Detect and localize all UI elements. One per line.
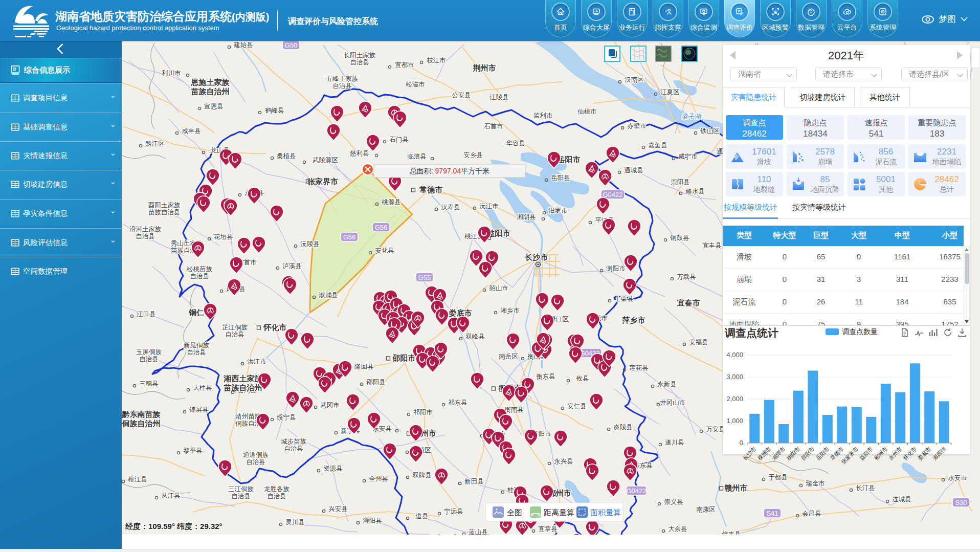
- svg-text:资源县: 资源县: [323, 465, 343, 472]
- svg-text:泸溪县: 泸溪县: [282, 262, 302, 270]
- svg-text:岳阳市: 岳阳市: [815, 446, 831, 461]
- svg-text:溆浦县: 溆浦县: [318, 292, 338, 299]
- svg-text:安化县: 安化县: [375, 247, 394, 254]
- svg-text:自治县: 自治县: [284, 445, 303, 452]
- svg-text:怀化市: 怀化市: [263, 323, 287, 332]
- svg-text:武陵源区: 武陵源区: [312, 157, 339, 164]
- svg-text:新田县: 新田县: [464, 478, 484, 485]
- svg-text:长沙市: 长沙市: [525, 253, 548, 261]
- svg-text:G55: G55: [418, 274, 431, 281]
- svg-text:G56: G56: [343, 233, 356, 241]
- svg-text:江口县: 江口县: [137, 311, 156, 318]
- svg-text:湘阴县: 湘阴县: [517, 213, 536, 220]
- svg-text:自治县: 自治县: [267, 493, 286, 500]
- svg-text:大余县: 大余县: [668, 525, 687, 533]
- svg-text:龙胜各族: 龙胜各族: [264, 485, 290, 493]
- svg-text:黔江区: 黔江区: [145, 140, 165, 147]
- svg-text:邵阳市: 邵阳市: [392, 354, 416, 362]
- svg-text:黔东南苗族: 黔东南苗族: [122, 410, 161, 418]
- svg-text:咸宁市: 咸宁市: [678, 153, 698, 160]
- svg-text:自治县: 自治县: [136, 233, 155, 240]
- svg-text:沅江市: 沅江市: [479, 203, 499, 210]
- svg-text:安福县: 安福县: [689, 339, 708, 346]
- svg-text:永新县: 永新县: [657, 381, 677, 388]
- svg-text:三江侗族: 三江侗族: [228, 485, 254, 493]
- svg-text:汨罗市: 汨罗市: [548, 207, 568, 214]
- svg-text:嘉鱼县: 嘉鱼县: [648, 142, 667, 149]
- svg-text:锦屏县: 锦屏县: [189, 406, 209, 413]
- svg-text:崇义县: 崇义县: [664, 498, 683, 505]
- svg-text:湘西州: 湘西州: [931, 446, 947, 461]
- svg-text:会昌县: 会昌县: [802, 510, 821, 517]
- svg-text:井冈山市: 井冈山市: [660, 399, 685, 406]
- svg-text:修水县: 修水县: [685, 188, 705, 195]
- svg-text:距离量算: 距离量算: [544, 508, 574, 517]
- svg-text:怀化市: 怀化市: [902, 446, 918, 462]
- svg-text:面积量算: 面积量算: [590, 508, 621, 517]
- svg-text:蓝山县: 蓝山县: [469, 528, 488, 535]
- svg-text:城步苗族: 城步苗族: [281, 438, 307, 445]
- svg-text:通道侗族: 通道侗族: [243, 451, 269, 458]
- svg-text:P: P: [665, 9, 668, 13]
- svg-text:长汀县: 长汀县: [856, 484, 875, 492]
- svg-text:侗族自治州: 侗族自治州: [122, 419, 161, 428]
- svg-text:沿河土家族: 沿河土家族: [129, 226, 162, 233]
- svg-text:苗族自治州: 苗族自治州: [224, 383, 262, 392]
- svg-text:G0422: G0422: [626, 487, 646, 495]
- svg-text:宜都市: 宜都市: [395, 61, 414, 69]
- svg-text:南岳区: 南岳区: [499, 353, 518, 360]
- svg-text:宜丰县: 宜丰县: [702, 242, 722, 249]
- svg-text:苗族自治县: 苗族自治县: [148, 209, 181, 216]
- svg-text:于都县: 于都县: [768, 474, 788, 481]
- svg-text:衡南县: 衡南县: [504, 406, 524, 413]
- svg-text:祁东县: 祁东县: [448, 399, 467, 406]
- svg-text:全州县: 全州县: [369, 475, 388, 482]
- svg-text:松桃苗族: 松桃苗族: [187, 266, 213, 273]
- svg-text:G56: G56: [375, 224, 388, 231]
- svg-text:G0422: G0422: [603, 191, 622, 198]
- svg-text:经度：109.59° 纬度：29.32°: 经度：109.59° 纬度：29.32°: [125, 522, 222, 531]
- svg-text:自治县: 自治县: [231, 493, 251, 500]
- svg-text:灵川县: 灵川县: [285, 519, 305, 526]
- svg-text:岳阳县: 岳阳县: [551, 174, 570, 182]
- svg-text:S30: S30: [955, 499, 967, 506]
- svg-text:建始县: 建始县: [233, 41, 253, 49]
- svg-text:利川市: 利川市: [161, 70, 181, 77]
- svg-text:娄底市: 娄底市: [917, 446, 932, 461]
- svg-text:长沙市: 长沙市: [742, 446, 758, 461]
- svg-text:恩施土家族: 恩施土家族: [191, 78, 230, 86]
- svg-text:4,000: 4,000: [726, 351, 743, 359]
- svg-text:自治县: 自治县: [190, 273, 209, 280]
- svg-text:G50: G50: [285, 41, 298, 49]
- svg-text:武冈市: 武冈市: [320, 402, 340, 409]
- svg-text:仙桃市: 仙桃市: [577, 108, 597, 115]
- svg-text:江夏区: 江夏区: [660, 89, 680, 96]
- svg-text:松滋市: 松滋市: [406, 81, 425, 88]
- svg-text:万载县: 万载县: [677, 273, 696, 280]
- svg-text:苗族自治州: 苗族自治州: [191, 87, 230, 96]
- svg-text:宜章县: 宜章县: [538, 525, 558, 533]
- svg-text:双牌县: 双牌县: [412, 472, 432, 479]
- svg-text:自治县: 自治县: [225, 331, 244, 338]
- svg-text:三穗县: 三穗县: [139, 380, 159, 387]
- svg-text:通城县: 通城县: [624, 167, 643, 174]
- svg-text:邵阳县: 邵阳县: [366, 379, 386, 386]
- svg-text:上栗县: 上栗县: [614, 295, 634, 302]
- svg-text:监利市: 监利市: [533, 112, 553, 119]
- svg-text:公安县: 公安县: [452, 92, 471, 99]
- svg-text:咸丰县: 咸丰县: [182, 127, 201, 135]
- svg-text:洪江市: 洪江市: [247, 358, 266, 365]
- svg-text:崇阳县: 崇阳县: [671, 179, 690, 186]
- svg-text:石首市: 石首市: [484, 123, 503, 130]
- svg-text:湘潭市: 湘潭市: [770, 446, 787, 462]
- svg-text:永州市: 永州市: [887, 446, 903, 461]
- svg-text:衡东县: 衡东县: [536, 373, 555, 380]
- svg-text:湘乡市: 湘乡市: [500, 307, 520, 314]
- svg-text:3,000: 3,000: [726, 373, 743, 381]
- svg-text:萍乡市: 萍乡市: [622, 316, 645, 324]
- svg-text:宣恩县: 宣恩县: [204, 103, 224, 110]
- svg-text:韶山市: 韶山市: [488, 284, 508, 292]
- svg-text:华容县: 华容县: [506, 140, 525, 147]
- svg-text:1,000: 1,000: [726, 417, 743, 425]
- svg-text:临澧县: 临澧县: [407, 153, 427, 160]
